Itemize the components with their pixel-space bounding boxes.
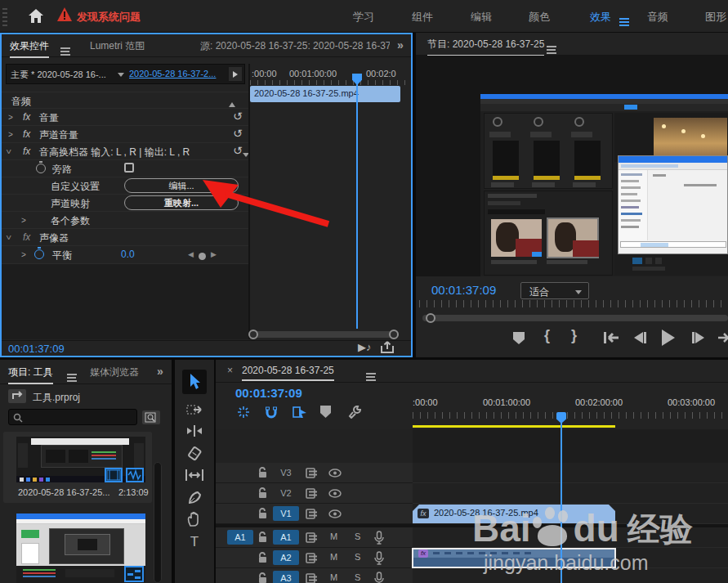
close-sequence-icon[interactable]: ×	[227, 365, 233, 376]
video-usage-icon[interactable]	[105, 468, 123, 482]
go-to-in-icon[interactable]	[604, 332, 619, 343]
solo-button[interactable]: S	[355, 531, 360, 541]
extract-icon[interactable]	[718, 333, 728, 343]
lock-icon[interactable]	[258, 467, 267, 478]
program-video-area[interactable]	[416, 56, 728, 276]
effects-h-scrollbar[interactable]	[252, 331, 399, 338]
workspace-audio[interactable]: 音频	[647, 10, 668, 25]
lock-icon[interactable]	[258, 572, 267, 583]
mute-button[interactable]: M	[330, 531, 337, 541]
track-badge-a2[interactable]: A2	[273, 550, 299, 565]
timeline-settings-wrench-icon[interactable]	[348, 405, 362, 419]
source-patch-a1[interactable]: A1	[227, 530, 253, 545]
effects-clip-bar[interactable]: 2020-05-28 16-37-25.mp4	[250, 86, 400, 102]
audio-usage-icon[interactable]	[126, 468, 144, 482]
reset-effect-icon[interactable]: ↺	[233, 144, 243, 157]
effects-mini-ruler[interactable]: :00:00 00:01:00:00 00:02:0	[250, 64, 411, 85]
lock-icon[interactable]	[258, 531, 267, 543]
effect-row-channel-volume[interactable]: > fx 声道音量 ↺	[2, 125, 248, 142]
snap-magnet-icon[interactable]	[265, 406, 278, 419]
effect-row-pitch-shifter[interactable]: > fx 音高换档器 输入: L , R | 输出: L , R ↺	[2, 142, 248, 159]
mute-button[interactable]: M	[330, 552, 337, 562]
track-badge-v1[interactable]: V1	[273, 506, 299, 521]
add-keyframe-icon[interactable]	[199, 251, 206, 262]
sync-lock-icon[interactable]	[306, 532, 318, 543]
stopwatch-icon[interactable]	[36, 164, 46, 176]
timeline-timecode[interactable]: 00:01:37:09	[235, 386, 302, 400]
tab-lumetri-scopes[interactable]: Lumetri 范围	[90, 39, 145, 53]
project-scrollbar[interactable]	[154, 462, 162, 583]
mic-record-icon[interactable]	[374, 551, 384, 565]
workspace-menu-icon[interactable]	[619, 21, 629, 23]
effect-row-volume[interactable]: > fx 音量 ↺	[2, 108, 248, 125]
twirl-icon[interactable]: >	[8, 130, 13, 139]
type-tool[interactable]: T	[182, 531, 207, 553]
track-visibility-eye-icon[interactable]	[328, 489, 342, 498]
nest-toggle-icon[interactable]	[237, 406, 250, 419]
navigate-up-icon[interactable]	[8, 389, 26, 403]
timeline-panel-menu-icon[interactable]	[366, 376, 375, 378]
sync-lock-icon[interactable]	[306, 509, 318, 519]
list-item[interactable]	[3, 509, 152, 583]
twirl-icon[interactable]: >	[4, 235, 13, 240]
step-forward-icon[interactable]	[692, 332, 705, 343]
tab-overflow-icon[interactable]: »	[157, 365, 163, 378]
slip-tool[interactable]	[182, 464, 207, 486]
master-clip-label[interactable]: 主要 * 2020-05-28 16-...	[11, 69, 106, 81]
tab-sequence[interactable]: 2020-05-28 16-37-25	[242, 365, 334, 376]
tab-media-browser[interactable]: 媒体浏览器	[90, 365, 139, 379]
tab-effect-controls[interactable]: 效果控件	[10, 39, 49, 53]
effect-row-panner[interactable]: > fx 声像器	[2, 228, 248, 245]
program-scroll-knob[interactable]	[426, 313, 435, 323]
add-marker-icon[interactable]	[513, 332, 525, 344]
play-audio-icon[interactable]: ▶♪	[358, 341, 372, 353]
track-badge-a1[interactable]: A1	[273, 530, 299, 545]
program-ruler[interactable]	[419, 300, 728, 307]
track-badge-v2[interactable]: V2	[273, 486, 299, 500]
clip-selector-chevron-icon[interactable]	[118, 73, 124, 77]
search-input[interactable]	[25, 410, 135, 424]
twirl-icon[interactable]: >	[21, 216, 26, 225]
track-badge-v3[interactable]: V3	[273, 465, 299, 480]
workspace-effects[interactable]: 效果	[590, 10, 611, 25]
pen-tool[interactable]	[182, 487, 207, 509]
lock-icon[interactable]	[258, 508, 267, 519]
program-scrollbar[interactable]	[422, 315, 728, 321]
mute-button[interactable]: M	[330, 572, 337, 582]
mark-out-icon[interactable]: }	[571, 327, 577, 344]
workspace-color[interactable]: 颜色	[529, 10, 550, 25]
next-keyframe-icon[interactable]: ▶	[211, 250, 217, 258]
timeline-marker-icon[interactable]	[320, 406, 331, 418]
audio-section-header[interactable]: 音频	[2, 92, 248, 109]
solo-button[interactable]: S	[355, 572, 360, 582]
track-visibility-eye-icon[interactable]	[328, 469, 342, 478]
tab-program[interactable]: 节目: 2020-05-28 16-37-25	[427, 38, 544, 52]
effect-controls-panel-menu-icon[interactable]	[60, 51, 69, 52]
tab-source-monitor[interactable]: 源: 2020-05-28 16-37-25: 2020-05-28 16-37…	[200, 39, 390, 53]
hand-tool[interactable]	[182, 509, 207, 530]
list-item[interactable]: 2020-05-28 16-37-25... 2:13:09	[3, 432, 152, 503]
mic-record-icon[interactable]	[374, 572, 384, 583]
param-row-balance[interactable]: > 平衡 0.0 ◀ ▶	[2, 245, 248, 263]
workspace-learn[interactable]: 学习	[353, 10, 374, 25]
workspace-assembly[interactable]: 组件	[412, 10, 433, 25]
home-icon[interactable]	[28, 8, 44, 24]
tab-project[interactable]: 项目: 工具	[8, 365, 53, 379]
solo-button[interactable]: S	[355, 552, 360, 562]
export-frame-icon[interactable]	[381, 341, 394, 353]
sync-lock-icon[interactable]	[306, 488, 318, 499]
effects-timecode[interactable]: 00:01:37:09	[8, 343, 65, 355]
program-timecode[interactable]: 00:01:37:09	[431, 283, 496, 297]
effects-scroll-knob-right[interactable]	[389, 330, 399, 339]
mic-record-icon[interactable]	[374, 531, 384, 545]
workspace-graphics[interactable]: 图形	[705, 10, 726, 25]
clip-name[interactable]: 2020-05-28 16-37-25...	[18, 487, 110, 497]
program-panel-menu-icon[interactable]	[547, 49, 556, 51]
twirl-icon[interactable]: >	[8, 113, 13, 122]
warning-icon[interactable]	[57, 7, 72, 21]
track-v2-content[interactable]	[413, 483, 728, 504]
system-issue-text[interactable]: 发现系统问题	[77, 10, 141, 25]
reset-effect-icon[interactable]: ↺	[233, 110, 243, 123]
razor-tool[interactable]	[182, 443, 207, 464]
sequence-badge-icon[interactable]	[124, 566, 144, 582]
